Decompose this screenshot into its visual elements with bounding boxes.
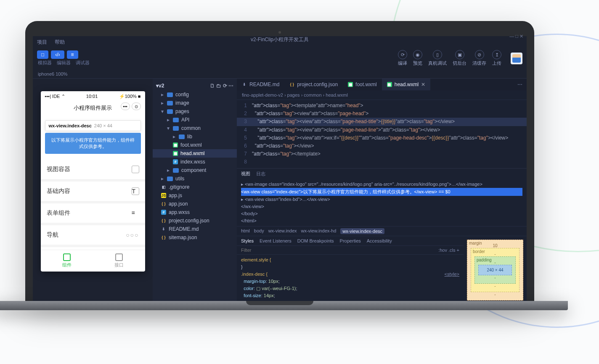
file-node[interactable]: ▦head.wxml <box>153 149 237 158</box>
file-node[interactable]: { }sitemap.json <box>153 233 237 242</box>
tab-api[interactable]: 接口 <box>93 250 145 272</box>
mode-simulator[interactable]: □ <box>37 50 48 59</box>
folder-node[interactable]: ▾common <box>153 124 237 132</box>
folder-node[interactable]: ▾pages <box>153 107 237 116</box>
file-node[interactable]: #index.wxss <box>153 158 237 166</box>
device-status: iphone6 100% <box>33 70 527 79</box>
inspect-tooltip: wx-view.index-desc240 × 44 <box>45 120 141 131</box>
style-tab[interactable]: Properties <box>340 238 361 243</box>
box-model: margin10 border- padding- 240 × 44 - - - <box>464 236 527 301</box>
container-icon <box>132 166 139 173</box>
style-toggles[interactable]: :hov .cls + <box>438 248 459 253</box>
folder-node[interactable]: ▸config <box>153 90 237 99</box>
dom-path-segment[interactable]: body <box>254 228 264 234</box>
more-icon[interactable]: ••• <box>121 103 130 110</box>
file-node[interactable]: { }app.json <box>153 200 237 208</box>
list-item[interactable]: 表单组件≡ <box>41 203 145 225</box>
text-icon: T <box>132 187 139 195</box>
dots-icon: ○○○ <box>126 232 139 238</box>
file-node[interactable]: ▦foot.wxml <box>153 141 237 149</box>
list-item[interactable]: 导航○○○ <box>41 225 145 247</box>
window-controls[interactable]: — □ ✕ <box>509 36 523 39</box>
camera-dot <box>278 31 281 34</box>
simulator-phone: ▪▪▪| IDE ⌃ 10:01 ⚡100% ■ 小程序组件展示 •••⊙ wx… <box>41 91 145 272</box>
avatar[interactable] <box>511 53 522 64</box>
devtab-log[interactable]: 日志 <box>256 171 265 177</box>
style-tabs: StylesEvent ListenersDOM BreakpointsProp… <box>237 236 464 245</box>
mode-labels: 模拟器 编辑器 调试器 <box>38 60 90 66</box>
action-clear[interactable]: ⊘清缓存 <box>472 50 486 66</box>
dom-path-segment[interactable]: html <box>241 228 250 234</box>
highlighted-element[interactable]: 以下将展示小程序官方组件能力，组件样式仅供参考。 <box>45 133 141 154</box>
dom-path-segment[interactable]: wx-view.index-hd <box>301 228 337 234</box>
folder-node[interactable]: ▸component <box>153 166 237 174</box>
phone-statusbar: ▪▪▪| IDE ⌃ 10:01 ⚡100% ■ <box>41 91 145 102</box>
editor-tab[interactable]: ⬇ README.md <box>237 79 284 90</box>
folder-node[interactable]: ▸lib <box>153 132 237 141</box>
list-item[interactable]: 视图容器 <box>41 160 145 182</box>
app-title: 小程序组件展示 <box>74 105 112 111</box>
style-tab[interactable]: Event Listeners <box>260 238 292 243</box>
editor-tab[interactable]: { } project.config.json <box>284 79 343 90</box>
action-remote[interactable]: ▯真机调试 <box>428 50 447 66</box>
dom-breadcrumb[interactable]: htmlbodywx-view.indexwx-view.index-hdwx-… <box>237 226 527 236</box>
folder-node[interactable]: ▸image <box>153 99 237 107</box>
style-tab[interactable]: Styles <box>241 238 254 243</box>
menu-icon: ≡ <box>132 209 139 217</box>
style-tab[interactable]: DOM Breakpoints <box>297 238 334 243</box>
style-tab[interactable]: Accessibility <box>367 238 392 243</box>
project-root[interactable]: v2 <box>159 83 164 89</box>
dom-path-segment[interactable]: wx-view.index-desc <box>340 228 384 234</box>
folder-node[interactable]: ▸utils <box>153 174 237 183</box>
editor-tab[interactable]: ▦ foot.wxml <box>343 79 382 90</box>
dom-panel[interactable]: ▸ <wx-image class="index-logo" src="../r… <box>237 179 527 226</box>
file-node[interactable]: ◧.gitignore <box>153 183 237 191</box>
action-compile[interactable]: ⟳编译 <box>398 50 407 66</box>
style-filter-input[interactable] <box>241 248 438 253</box>
file-node[interactable]: #app.wxss <box>153 208 237 216</box>
css-rules[interactable]: element.style { } .index-desc {<style> m… <box>237 255 464 301</box>
menu-project[interactable]: 项目 <box>37 39 47 46</box>
close-icon[interactable]: ⊙ <box>132 103 141 110</box>
code-editor[interactable]: 1"attr">class="tag"><template "attr">nam… <box>237 100 527 168</box>
tabs-overflow[interactable]: ⋯ <box>513 82 527 87</box>
editor-tab[interactable]: ▦ head.wxml ✕ <box>382 79 430 90</box>
action-preview[interactable]: ◉预览 <box>413 50 422 66</box>
file-node[interactable]: JSapp.js <box>153 191 237 200</box>
devtab-view[interactable]: 视图 <box>241 171 250 177</box>
action-upload[interactable]: ↥上传 <box>492 50 501 66</box>
list-item[interactable]: 基础内容T <box>41 182 145 203</box>
mode-debugger[interactable]: ≡ <box>67 50 78 59</box>
explorer-actions[interactable]: 🗋 🗀 ⟳ ⋯ <box>210 83 233 89</box>
editor-tabs: ⬇ README.md{ } project.config.json▦ foot… <box>237 79 527 90</box>
mode-editor[interactable]: ‹/› <box>51 50 64 59</box>
folder-node[interactable]: ▸API <box>153 116 237 124</box>
laptop-frame: v2-FinClip小程序开发工具 — □ ✕ 项目 帮助 □ ‹/› ≡ 模拟… <box>25 21 534 310</box>
app-window: v2-FinClip小程序开发工具 — □ ✕ 项目 帮助 □ ‹/› ≡ 模拟… <box>33 36 527 301</box>
dom-path-segment[interactable]: wx-view.index <box>268 228 297 234</box>
menu-help[interactable]: 帮助 <box>55 39 65 46</box>
file-node[interactable]: { }project.config.json <box>153 216 237 225</box>
action-background[interactable]: ▣切后台 <box>453 50 466 66</box>
file-node[interactable]: ⬇README.md <box>153 225 237 233</box>
file-explorer: ▾v2 🗋 🗀 ⟳ ⋯ ▸config▸image▾pages▸API▾comm… <box>153 79 237 301</box>
tab-components[interactable]: 组件 <box>41 250 93 272</box>
breadcrumb[interactable]: fino-applet-demo-v2 › pages › common › h… <box>237 90 527 100</box>
